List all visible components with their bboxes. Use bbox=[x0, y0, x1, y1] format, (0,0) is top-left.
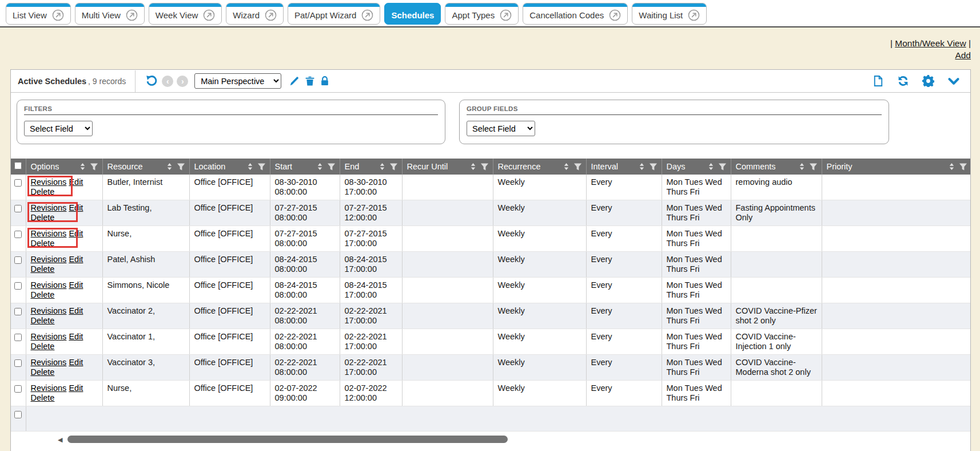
delete-link[interactable]: Delete bbox=[31, 290, 55, 299]
scroll-left-icon[interactable]: ◀ bbox=[58, 436, 62, 444]
revisions-link[interactable]: Revisions bbox=[31, 358, 67, 367]
sort-icon[interactable] bbox=[563, 162, 569, 171]
edit-link[interactable]: Edit bbox=[69, 229, 83, 238]
tab-cancellation-codes[interactable]: Cancellation Codes bbox=[523, 3, 628, 25]
tab-week-view[interactable]: Week View bbox=[149, 3, 222, 25]
table-row: Revisions Edit Delete Patel, Ashish Offi… bbox=[11, 252, 971, 278]
tab-multi-view[interactable]: Multi View bbox=[75, 3, 145, 25]
end-date: 02-22-2021 bbox=[345, 306, 399, 316]
perspective-select[interactable]: Main Perspective bbox=[194, 73, 281, 89]
delete-link[interactable]: Delete bbox=[31, 393, 55, 402]
tab-schedules[interactable]: Schedules bbox=[384, 3, 441, 25]
revisions-link[interactable]: Revisions bbox=[31, 177, 67, 187]
open-new-window-icon[interactable] bbox=[688, 9, 700, 21]
delete-link[interactable]: Delete bbox=[31, 367, 55, 377]
edit-link[interactable]: Edit bbox=[69, 383, 83, 393]
row-checkbox[interactable] bbox=[14, 282, 22, 290]
add-link[interactable]: Add bbox=[955, 50, 971, 60]
sort-icon[interactable] bbox=[379, 162, 385, 171]
row-checkbox[interactable] bbox=[14, 256, 22, 264]
row-checkbox[interactable] bbox=[14, 385, 22, 393]
tab-waiting-list[interactable]: Waiting List bbox=[632, 3, 707, 25]
filter-icon[interactable] bbox=[90, 163, 98, 171]
edit-link[interactable]: Edit bbox=[69, 306, 83, 315]
open-new-window-icon[interactable] bbox=[203, 9, 215, 21]
undo-icon[interactable] bbox=[146, 75, 158, 87]
row-checkbox[interactable] bbox=[14, 205, 22, 212]
tab-appt-types[interactable]: Appt Types bbox=[445, 3, 519, 25]
revisions-link[interactable]: Revisions bbox=[31, 203, 67, 212]
sort-icon[interactable] bbox=[708, 162, 714, 171]
filter-icon[interactable] bbox=[389, 163, 398, 171]
delete-link[interactable]: Delete bbox=[31, 187, 55, 196]
sort-icon[interactable] bbox=[317, 162, 323, 171]
row-checkbox[interactable] bbox=[14, 411, 22, 418]
revisions-link[interactable]: Revisions bbox=[31, 255, 67, 264]
filters-field-select[interactable]: Select Field bbox=[24, 121, 93, 136]
edit-link[interactable]: Edit bbox=[69, 280, 83, 290]
delete-link[interactable]: Delete bbox=[31, 316, 55, 325]
filter-icon[interactable] bbox=[809, 163, 818, 171]
scrollbar-thumb[interactable] bbox=[67, 436, 508, 443]
delete-perspective-icon[interactable] bbox=[305, 76, 315, 86]
edit-link[interactable]: Edit bbox=[69, 255, 83, 264]
tab-wizard[interactable]: Wizard bbox=[226, 3, 284, 25]
month-week-view-link[interactable]: Month/Week View bbox=[895, 38, 966, 48]
select-all-checkbox[interactable] bbox=[14, 162, 22, 169]
refresh-icon[interactable] bbox=[897, 75, 909, 87]
delete-link[interactable]: Delete bbox=[31, 264, 55, 274]
delete-link[interactable]: Delete bbox=[31, 239, 55, 248]
filter-icon[interactable] bbox=[959, 163, 967, 171]
filters-title: FILTERS bbox=[24, 105, 438, 115]
new-document-icon[interactable] bbox=[873, 75, 884, 87]
edit-link[interactable]: Edit bbox=[69, 332, 83, 341]
filter-icon[interactable] bbox=[327, 163, 336, 171]
open-new-window-icon[interactable] bbox=[609, 9, 621, 21]
row-checkbox[interactable] bbox=[14, 359, 22, 367]
revisions-link[interactable]: Revisions bbox=[31, 332, 67, 341]
tab-pat-appt-wizard[interactable]: Pat/Appt Wizard bbox=[288, 3, 380, 25]
lock-icon[interactable] bbox=[320, 76, 330, 86]
filter-icon[interactable] bbox=[573, 163, 582, 171]
row-checkbox[interactable] bbox=[14, 308, 22, 315]
revisions-link[interactable]: Revisions bbox=[31, 280, 67, 290]
edit-link[interactable]: Edit bbox=[69, 358, 83, 367]
sort-icon[interactable] bbox=[79, 162, 86, 171]
open-new-window-icon[interactable] bbox=[500, 9, 512, 21]
settings-gear-icon[interactable] bbox=[922, 75, 934, 87]
row-checkbox[interactable] bbox=[14, 231, 22, 238]
edit-perspective-icon[interactable] bbox=[289, 76, 300, 86]
sort-icon[interactable] bbox=[247, 162, 253, 171]
prev-page-icon[interactable]: ‹ bbox=[162, 76, 173, 87]
comments-cell: COVID Vaccine-Injection 1 only bbox=[731, 329, 822, 355]
filter-icon[interactable] bbox=[649, 163, 658, 171]
row-checkbox[interactable] bbox=[14, 334, 22, 341]
edit-link[interactable]: Edit bbox=[69, 203, 83, 212]
open-new-window-icon[interactable] bbox=[265, 9, 277, 21]
sort-icon[interactable] bbox=[470, 162, 476, 171]
sort-icon[interactable] bbox=[639, 162, 645, 171]
filter-icon[interactable] bbox=[718, 163, 727, 171]
open-new-window-icon[interactable] bbox=[126, 9, 138, 21]
sort-icon[interactable] bbox=[166, 162, 173, 171]
filter-icon[interactable] bbox=[480, 163, 489, 171]
next-page-icon[interactable]: › bbox=[177, 76, 188, 87]
edit-link[interactable]: Edit bbox=[69, 177, 83, 187]
options-cell: Revisions Edit Delete bbox=[26, 303, 102, 329]
delete-link[interactable]: Delete bbox=[31, 213, 55, 222]
revisions-link[interactable]: Revisions bbox=[31, 383, 67, 393]
tab-list-view[interactable]: List View bbox=[6, 3, 71, 25]
open-new-window-icon[interactable] bbox=[52, 9, 64, 21]
group-fields-select[interactable]: Select Field bbox=[467, 121, 535, 136]
resource-cell: Nurse, bbox=[102, 381, 189, 406]
revisions-link[interactable]: Revisions bbox=[31, 306, 67, 315]
open-new-window-icon[interactable] bbox=[361, 9, 373, 21]
revisions-link[interactable]: Revisions bbox=[31, 229, 67, 238]
sort-icon[interactable] bbox=[799, 162, 805, 171]
filter-icon[interactable] bbox=[177, 163, 185, 171]
row-checkbox[interactable] bbox=[14, 179, 22, 187]
delete-link[interactable]: Delete bbox=[31, 342, 55, 351]
sort-icon[interactable] bbox=[949, 162, 955, 171]
filter-icon[interactable] bbox=[257, 163, 266, 171]
collapse-chevron-icon[interactable] bbox=[947, 75, 960, 88]
